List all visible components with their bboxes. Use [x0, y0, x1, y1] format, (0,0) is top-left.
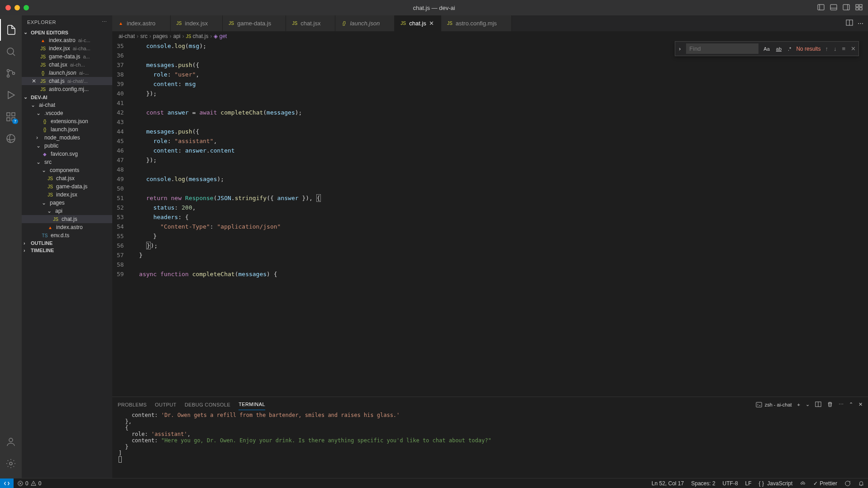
- layout-customize-icon[interactable]: [855, 4, 863, 12]
- open-editor-item[interactable]: JSgame-data.js a...: [22, 53, 112, 61]
- panel-tab-problems[interactable]: PROBLEMS: [118, 399, 147, 410]
- status-problems[interactable]: 0 0: [14, 480, 45, 487]
- tab-close-icon[interactable]: ✕: [429, 20, 435, 27]
- timeline-section[interactable]: ›TIMELINE: [22, 247, 112, 254]
- editor-more-icon[interactable]: ⋯: [858, 20, 863, 27]
- find-whole-word-icon[interactable]: ab: [775, 45, 783, 53]
- panel-close-icon[interactable]: ✕: [858, 402, 863, 407]
- tree-file-chat-jsx[interactable]: JSchat.jsx: [22, 174, 112, 182]
- tree-file-chat-js[interactable]: JSchat.js: [22, 215, 112, 223]
- status-feedback-icon[interactable]: [841, 480, 854, 487]
- tree-file-favicon[interactable]: ◆favicon.svg: [22, 150, 112, 158]
- remote-indicator[interactable]: [0, 478, 14, 488]
- editor-tab[interactable]: ▲index.astro✕: [112, 15, 171, 31]
- open-editor-item[interactable]: JSchat.jsx ai-ch...: [22, 61, 112, 69]
- open-editor-item[interactable]: ▲index.astro ai-c...: [22, 36, 112, 44]
- window-close-button[interactable]: [5, 5, 11, 10]
- terminal-split-icon[interactable]: [815, 401, 821, 408]
- bottom-panel: PROBLEMSOUTPUTDEBUG CONSOLETERMINAL zsh …: [112, 397, 868, 478]
- tree-folder-public[interactable]: ⌄public: [22, 142, 112, 150]
- breadcrumb-item[interactable]: ◈ get: [214, 33, 227, 39]
- close-icon[interactable]: ✕: [31, 78, 37, 84]
- status-bell-icon[interactable]: [854, 480, 868, 487]
- tree-folder-nodemodules[interactable]: ›node_modules: [22, 134, 112, 142]
- tree-file-launch-json[interactable]: {}launch.json: [22, 125, 112, 134]
- find-results-text: No results: [796, 46, 820, 52]
- breadcrumb-item[interactable]: JS chat.js: [186, 33, 209, 39]
- terminal-new-icon[interactable]: +: [797, 402, 800, 407]
- find-next-icon[interactable]: ↓: [833, 44, 838, 53]
- open-editor-item[interactable]: ✕JSchat.js ai-chat/...: [22, 77, 112, 85]
- status-cursor-position[interactable]: Ln 52, Col 17: [648, 480, 687, 487]
- status-copilot-icon[interactable]: [796, 480, 810, 487]
- find-toggle-replace-icon[interactable]: ›: [677, 44, 682, 53]
- terminal-dropdown-icon[interactable]: ⌄: [806, 402, 810, 407]
- explorer-icon[interactable]: [0, 19, 22, 41]
- editor-tab[interactable]: JSindex.jsx✕: [171, 15, 223, 31]
- settings-gear-icon[interactable]: [0, 453, 22, 474]
- tree-folder-components[interactable]: ⌄components: [22, 166, 112, 174]
- terminal-picker[interactable]: zsh - ai-chat: [756, 402, 792, 408]
- terminal-output[interactable]: content: 'Dr. Owen gets a refill from th…: [112, 410, 868, 478]
- workspace-section[interactable]: ⌄DEV-AI: [22, 93, 112, 101]
- find-selection-icon[interactable]: ≡: [841, 44, 846, 53]
- tree-folder-api[interactable]: ⌄api: [22, 207, 112, 215]
- split-editor-icon[interactable]: [846, 19, 853, 28]
- status-language[interactable]: { } JavaScript: [755, 480, 796, 487]
- panel-tab-terminal[interactable]: TERMINAL: [238, 399, 265, 410]
- status-prettier[interactable]: ✓ Prettier: [810, 480, 841, 487]
- outline-section[interactable]: ›OUTLINE: [22, 239, 112, 247]
- status-indentation[interactable]: Spaces: 2: [687, 480, 719, 487]
- panel-maximize-icon[interactable]: ⌃: [849, 402, 853, 407]
- terminal-kill-icon[interactable]: [827, 401, 833, 408]
- open-editors-section[interactable]: ⌄OPEN EDITORS: [22, 29, 112, 36]
- find-prev-icon[interactable]: ↑: [824, 44, 829, 53]
- tree-folder-vscode[interactable]: ⌄.vscode: [22, 109, 112, 117]
- open-editor-item[interactable]: JSastro.config.mj...: [22, 85, 112, 93]
- status-encoding[interactable]: UTF-8: [719, 480, 742, 487]
- tree-folder-aichat[interactable]: ⌄ai-chat: [22, 101, 112, 109]
- open-editor-item[interactable]: {}launch.json ai-...: [22, 69, 112, 77]
- find-input[interactable]: [686, 43, 758, 54]
- code-editor[interactable]: 3536373839404142434445464748495051525354…: [112, 41, 868, 397]
- edge-tools-icon[interactable]: [0, 128, 22, 149]
- editor-tab[interactable]: JSchat.jsx✕: [286, 15, 335, 31]
- panel-more-icon[interactable]: ⋯: [839, 402, 844, 407]
- panel-tab-debug-console[interactable]: DEBUG CONSOLE: [185, 399, 230, 410]
- window-minimize-button[interactable]: [14, 5, 20, 10]
- breadcrumb-item[interactable]: pages: [153, 33, 168, 39]
- tree-file-extensions-json[interactable]: {}extensions.json: [22, 117, 112, 125]
- editor-tab[interactable]: {}launch.json✕: [335, 15, 395, 31]
- panel-tab-output[interactable]: OUTPUT: [155, 399, 176, 410]
- breadcrumb-item[interactable]: api: [173, 33, 181, 39]
- find-regex-icon[interactable]: .*: [787, 45, 792, 53]
- extensions-icon[interactable]: 7: [0, 106, 22, 128]
- breadcrumb-item[interactable]: src: [140, 33, 148, 39]
- find-match-case-icon[interactable]: Aa: [762, 45, 771, 53]
- search-icon[interactable]: [0, 41, 22, 62]
- editor-tab[interactable]: JSgame-data.js✕: [223, 15, 286, 31]
- run-debug-icon[interactable]: [0, 84, 22, 106]
- window-maximize-button[interactable]: [24, 5, 29, 10]
- tree-file-game-data[interactable]: JSgame-data.js: [22, 182, 112, 191]
- breadcrumbs[interactable]: ai-chat›src›pages›api›JS chat.js›◈ get: [112, 31, 868, 41]
- svg-rect-2: [830, 5, 837, 10]
- tree-file-index-astro[interactable]: ▲index.astro: [22, 223, 112, 231]
- tree-file-env[interactable]: TSenv.d.ts: [22, 231, 112, 239]
- editor-tab[interactable]: JSastro.config.mjs✕: [441, 15, 512, 31]
- layout-panel-bottom-icon[interactable]: [830, 4, 837, 12]
- source-control-icon[interactable]: [0, 62, 22, 84]
- accounts-icon[interactable]: [0, 431, 22, 453]
- find-close-icon[interactable]: ✕: [850, 44, 857, 53]
- editor-tab[interactable]: JSchat.js✕: [395, 15, 441, 31]
- tree-file-index-jsx[interactable]: JSindex.jsx: [22, 191, 112, 199]
- breadcrumb-item[interactable]: ai-chat: [119, 33, 135, 39]
- explorer-more-icon[interactable]: ⋯: [102, 19, 107, 25]
- status-eol[interactable]: LF: [742, 480, 755, 487]
- tree-folder-src[interactable]: ⌄src: [22, 158, 112, 166]
- layout-panel-right-icon[interactable]: [843, 4, 850, 12]
- layout-panel-left-icon[interactable]: [817, 4, 825, 12]
- tree-folder-pages[interactable]: ⌄pages: [22, 199, 112, 207]
- open-editor-item[interactable]: JSindex.jsx ai-cha...: [22, 44, 112, 53]
- svg-point-33: [803, 483, 805, 484]
